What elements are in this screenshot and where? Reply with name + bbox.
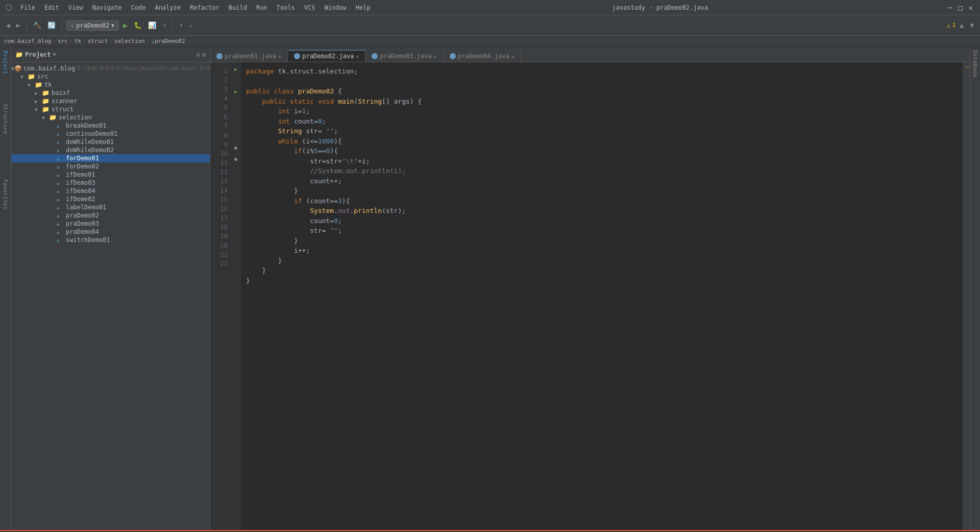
file-label-4: doWhileDemo02: [66, 147, 114, 154]
debug-button[interactable]: 🐛: [132, 20, 144, 31]
tree-doWhileDemo01[interactable]: ☕ doWhileDemo01: [11, 138, 210, 146]
title-bar-right: ─ □ ✕: [946, 4, 975, 12]
java-file-icon-7: ☕: [56, 171, 64, 178]
project-icon[interactable]: Project: [1, 49, 10, 76]
chevron-down-icon[interactable]: ▼: [968, 20, 976, 31]
minimize-button[interactable]: ─: [946, 4, 954, 12]
project-panel: 📁 Project ▼ ≡ ⚙ ▼ 📦 com.baixf.blog D:\桌面…: [11, 47, 210, 530]
close-button[interactable]: ✕: [967, 4, 975, 12]
tab-close-3[interactable]: ✕: [511, 54, 514, 59]
tree-ifDome02[interactable]: ☕ ifDome02: [11, 195, 210, 203]
tree-tk[interactable]: ▼ 📁 tk: [11, 81, 210, 89]
tree-doWhileDemo02[interactable]: ☕ doWhileDemo02: [11, 146, 210, 154]
tab-label-0: praDemo01.java: [225, 53, 276, 60]
menu-code[interactable]: Code: [127, 3, 150, 12]
breadcrumb-part-3[interactable]: struct: [88, 38, 108, 44]
tree-breakDemo01[interactable]: ☕ breakDemo01: [11, 122, 210, 130]
tree-root[interactable]: ▼ 📦 com.baixf.blog D:\桌面\寒假学习\Java\javas…: [11, 64, 210, 72]
menu-analyze[interactable]: Analyze: [151, 3, 185, 12]
tab-praDemo01[interactable]: praDemo01.java ✕: [210, 51, 288, 62]
menu-help[interactable]: Help: [352, 3, 375, 12]
dropdown-arrow-icon[interactable]: ▼: [53, 52, 56, 57]
tree-src[interactable]: ▼ 📁 src: [11, 72, 210, 81]
tab-praDemo04[interactable]: praDemo04.java ✕: [444, 51, 521, 62]
code-content[interactable]: package tk.struct.selection; public clas…: [241, 62, 963, 530]
code-line-15: System.out.println(str);: [246, 206, 963, 216]
tree-switchDemo01[interactable]: ☕ switchDemo01: [11, 236, 210, 244]
menu-build[interactable]: Build: [225, 3, 251, 12]
tree-continueDemo01[interactable]: ☕ continueDemo01: [11, 130, 210, 138]
breakpoint-9[interactable]: ●: [231, 156, 241, 167]
toolbar-separator-2: [62, 20, 62, 31]
run-gutter-4[interactable]: ▶: [231, 89, 241, 100]
favorites-icon[interactable]: Favorites: [1, 178, 10, 211]
menu-refactor[interactable]: Refactor: [186, 3, 224, 12]
chevron-up-icon[interactable]: ▲: [958, 20, 966, 31]
code-line-13: }: [246, 186, 963, 196]
tab-close-0[interactable]: ✕: [278, 54, 281, 59]
run-config-dropdown-icon: ▼: [111, 23, 114, 28]
tk-folder-icon: 📁: [35, 81, 43, 88]
code-line-20: }: [246, 256, 963, 266]
vcs-update-button[interactable]: ⬆: [177, 20, 185, 31]
menu-run[interactable]: Run: [252, 3, 272, 12]
menu-file[interactable]: File: [16, 3, 39, 12]
tab-icon-1: [294, 53, 300, 59]
breadcrumb-part-1[interactable]: src: [58, 38, 68, 44]
menu-vcs[interactable]: VCS: [300, 3, 320, 12]
menu-view[interactable]: View: [64, 3, 87, 12]
settings-button[interactable]: ⚙: [202, 51, 206, 58]
tree-struct-arrow: ▼: [35, 107, 42, 112]
tree-forDemo01[interactable]: ☕ forDemo01: [11, 154, 210, 162]
sync-button[interactable]: 🔄: [45, 20, 58, 31]
breakpoint-8[interactable]: ●: [231, 145, 241, 156]
profile-button[interactable]: ⚡: [160, 20, 168, 31]
editor-scrollbar[interactable]: ─: [963, 62, 970, 530]
tab-close-2[interactable]: ✕: [434, 54, 437, 59]
menu-window[interactable]: Window: [320, 3, 350, 12]
code-line-19: i++;: [246, 246, 963, 256]
tree-ifDemo01[interactable]: ☕ ifDemo01: [11, 171, 210, 179]
menu-edit[interactable]: Edit: [40, 3, 63, 12]
tree-ifDemo03[interactable]: ☕ ifDemo03: [11, 179, 210, 187]
breadcrumb-part-0[interactable]: com.baixf.blog: [4, 38, 52, 44]
breadcrumb-part-2[interactable]: tk: [75, 38, 81, 44]
tree-praDemo03[interactable]: ☕ praDemo03: [11, 220, 210, 228]
tab-praDemo02[interactable]: praDemo02.java ✕: [288, 50, 365, 62]
menu-navigate[interactable]: Navigate: [88, 3, 126, 12]
tree-scanner[interactable]: ▶ 📁 scanner: [11, 97, 210, 105]
menu-tools[interactable]: Tools: [273, 3, 299, 12]
title-controls: ─ □ ✕: [946, 4, 975, 12]
run-gutter-3[interactable]: ▶: [231, 66, 241, 78]
tree-selection[interactable]: ▼ 📁 selection: [11, 113, 210, 122]
back-button[interactable]: ◀: [4, 20, 12, 31]
tree-ifDemo04[interactable]: ☕ ifDemo04: [11, 187, 210, 195]
tree-baixf[interactable]: ▶ 📁 baixf: [11, 89, 210, 97]
tab-close-1[interactable]: ✕: [356, 54, 359, 59]
tab-praDemo03[interactable]: praDemo03.java ✕: [365, 51, 443, 62]
breadcrumb-sep-1: ›: [69, 38, 73, 44]
forward-button[interactable]: ▶: [14, 20, 22, 31]
breadcrumb-sep-0: ›: [53, 38, 57, 44]
gutter: ▶ ▶ ● ●: [231, 62, 241, 530]
tree-forDemo02[interactable]: ☕ forDemo02: [11, 162, 210, 171]
structure-icon[interactable]: Structure: [1, 102, 10, 136]
database-icon[interactable]: Database: [971, 49, 979, 78]
coverage-button[interactable]: 📊: [146, 20, 158, 31]
collapse-all-button[interactable]: ≡: [197, 51, 200, 58]
tree-praDemo04[interactable]: ☕ praDemo04: [11, 228, 210, 236]
breadcrumb-part-5[interactable]: praDemo02: [155, 38, 185, 44]
build-button[interactable]: 🔨: [31, 20, 43, 31]
vcs-commit-button[interactable]: ✓: [187, 20, 195, 31]
run-config-selector[interactable]: ☕ praDemo02 ▼: [66, 20, 119, 31]
breadcrumb-part-4[interactable]: selection: [114, 38, 145, 44]
tree-struct[interactable]: ▼ 📁 struct: [11, 105, 210, 113]
title-bar: ⬡ File Edit View Navigate Code Analyze R…: [0, 0, 980, 15]
run-button[interactable]: ▶: [121, 19, 130, 32]
java-file-icon-11: ☕: [56, 204, 64, 211]
maximize-button[interactable]: □: [956, 4, 964, 12]
run-config-label: praDemo02: [76, 22, 109, 29]
tree-praDemo02[interactable]: ☕ praDemo02: [11, 211, 210, 220]
tree-labelDemo01[interactable]: ☕ labelDemo01: [11, 203, 210, 211]
root-path: D:\桌面\寒假学习\Java\javastudy\com.baixf.blog: [77, 65, 210, 72]
